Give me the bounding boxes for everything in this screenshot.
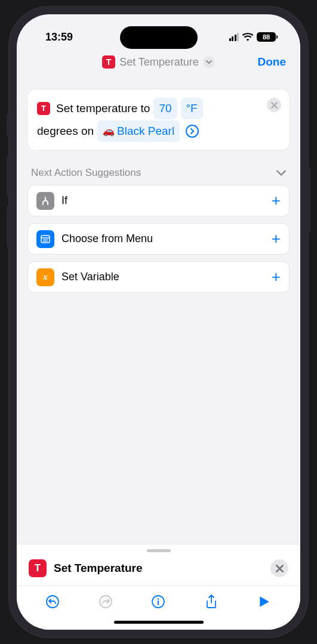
temperature-unit-token[interactable]: °F bbox=[181, 98, 203, 119]
menu-icon bbox=[36, 230, 54, 248]
undo-button[interactable] bbox=[44, 593, 61, 610]
battery-percent: 88 bbox=[263, 33, 270, 41]
svg-rect-0 bbox=[41, 236, 50, 243]
volume-down-button bbox=[7, 206, 9, 247]
phone-frame: 13:59 88 T Set Temperature Done bbox=[8, 6, 309, 638]
home-indicator[interactable] bbox=[114, 621, 204, 624]
add-suggestion-button[interactable]: + bbox=[272, 268, 281, 286]
svg-point-4 bbox=[47, 596, 59, 608]
suggestion-if[interactable]: If + bbox=[27, 185, 290, 216]
tesla-action-icon: T bbox=[37, 102, 50, 115]
suggestion-label: Set Variable bbox=[61, 271, 264, 283]
bottom-action-card[interactable]: T Set Temperature bbox=[17, 556, 300, 586]
add-suggestion-button[interactable]: + bbox=[272, 230, 281, 248]
bottom-panel: T Set Temperature bbox=[17, 544, 300, 630]
drawer-grabber[interactable] bbox=[147, 549, 171, 552]
info-button[interactable] bbox=[150, 593, 167, 610]
power-button bbox=[308, 167, 310, 233]
share-button[interactable] bbox=[203, 593, 220, 610]
suggestion-choose-menu[interactable]: Choose from Menu + bbox=[27, 223, 290, 255]
suggestion-label: If bbox=[61, 194, 264, 207]
play-button[interactable] bbox=[256, 593, 273, 610]
content-area: T Set temperature to 70 °F degrees on 🚗 … bbox=[17, 78, 300, 544]
cellular-signal-icon bbox=[229, 33, 239, 41]
vehicle-name: Black Pearl bbox=[117, 122, 174, 141]
suggestions-title: Next Action Suggestions bbox=[31, 167, 141, 179]
shortcut-title: Set Temperature bbox=[119, 56, 199, 69]
chevron-down-icon bbox=[276, 170, 286, 176]
disclosure-button[interactable] bbox=[186, 125, 199, 138]
if-icon bbox=[36, 192, 54, 210]
action-card[interactable]: T Set temperature to 70 °F degrees on 🚗 … bbox=[27, 89, 290, 150]
status-time: 13:59 bbox=[45, 31, 73, 44]
volume-up-button bbox=[7, 155, 9, 197]
mute-switch bbox=[7, 113, 9, 136]
remove-action-button[interactable] bbox=[267, 98, 281, 112]
tesla-app-icon: T bbox=[102, 55, 115, 69]
battery-indicator: 88 bbox=[257, 32, 278, 42]
toolbar bbox=[17, 586, 300, 615]
svg-point-7 bbox=[158, 598, 159, 600]
nav-bar: T Set Temperature Done bbox=[17, 49, 300, 78]
close-bottom-button[interactable] bbox=[270, 559, 288, 577]
temperature-value-token[interactable]: 70 bbox=[153, 98, 177, 119]
suggestion-label: Choose from Menu bbox=[61, 233, 264, 245]
redo-button[interactable] bbox=[97, 593, 114, 610]
screen: 13:59 88 T Set Temperature Done bbox=[17, 14, 300, 630]
suggestion-set-variable[interactable]: x Set Variable + bbox=[27, 261, 290, 293]
car-icon: 🚗 bbox=[103, 122, 115, 141]
tesla-app-icon: T bbox=[29, 559, 47, 577]
wifi-icon bbox=[242, 33, 253, 41]
add-suggestion-button[interactable]: + bbox=[272, 191, 281, 210]
done-button[interactable]: Done bbox=[258, 55, 287, 69]
bottom-action-label: Set Temperature bbox=[54, 562, 263, 575]
chevron-down-icon[interactable] bbox=[203, 56, 215, 68]
nav-title-group[interactable]: T Set Temperature bbox=[102, 55, 215, 69]
variable-icon: x bbox=[36, 268, 54, 286]
suggestions-header[interactable]: Next Action Suggestions bbox=[27, 167, 290, 185]
svg-point-5 bbox=[100, 596, 112, 608]
dynamic-island bbox=[120, 26, 198, 49]
vehicle-token[interactable]: 🚗 Black Pearl bbox=[97, 120, 180, 142]
degrees-on-text: degrees on bbox=[37, 122, 94, 141]
action-prefix-text: Set temperature to bbox=[56, 99, 150, 118]
status-indicators: 88 bbox=[229, 32, 278, 42]
